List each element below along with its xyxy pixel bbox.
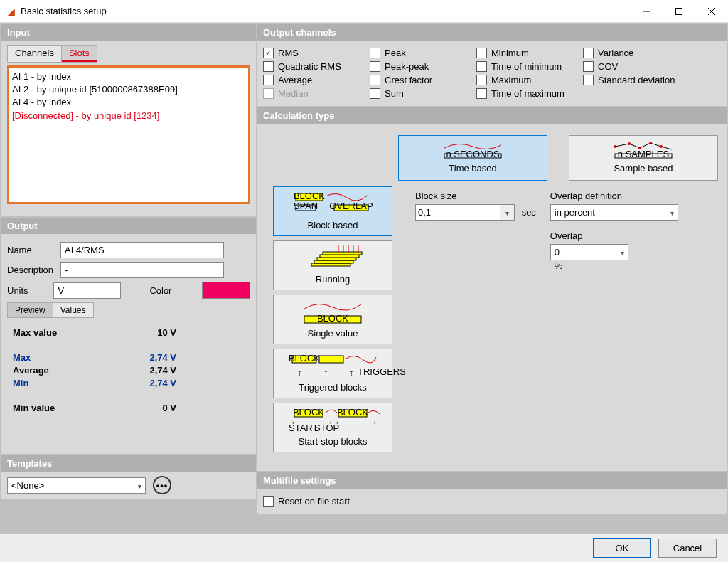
calc-header: Calculation type [257,107,727,124]
cb-median: Median [263,88,357,99]
calc-sample-based[interactable]: n SAMPLES Sample based [569,135,718,181]
svg-rect-22 [320,255,359,258]
output-tabs: Preview Values [7,302,94,318]
overlap-def-label: Overlap definition [550,191,678,201]
tab-preview[interactable]: Preview [8,303,53,317]
cb-min[interactable]: Minimum [476,48,570,58]
input-tabs: Channels Slots [7,45,97,63]
max-value: 10 V [134,327,176,338]
cb-tmin[interactable]: Time of minimum [476,61,570,72]
output-header: Output [1,218,256,234]
cb-cov[interactable]: COV [583,61,691,72]
multifile-header: Multifile settings [257,472,727,489]
input-header: Input [1,24,256,41]
maximize-button[interactable] [663,0,695,23]
cb-var[interactable]: Variance [583,48,691,58]
cb-reset-file-start[interactable]: Reset on file start [263,496,708,507]
multifile-section: Multifile settings Reset on file start [257,472,727,514]
calc-single-value[interactable]: BLOCK Single value [273,295,392,344]
svg-text:SPAN: SPAN [294,201,318,211]
dialog-footer: OK Cancel [0,534,728,562]
close-button[interactable] [695,0,728,23]
cb-avg[interactable]: Average [263,75,357,85]
output-channels-header: Output channels [257,24,727,41]
svg-rect-19 [311,263,350,266]
block-size-input[interactable] [415,204,500,221]
app-icon: ◢ [7,6,15,17]
name-input[interactable] [60,242,224,258]
svg-text:BLOCK: BLOCK [293,407,324,418]
max-label: Max [13,352,134,363]
calc-block-based[interactable]: BLOCKSPANOVERLAP Block based [273,186,392,236]
svg-rect-21 [317,258,356,260]
list-item[interactable]: AI 1 - by index [12,70,245,83]
list-item[interactable]: AI 4 - by index [12,96,245,109]
calculation-type-section: Calculation type n SECONDS Time based n … [257,107,727,471]
chevron-down-icon [670,207,674,218]
preview-panel: Max value10 V Max2,74 V Average2,74 V Mi… [7,318,250,423]
input-list[interactable]: AI 1 - by index AI 2 - by unique id [510… [7,65,250,204]
calc-start-stop-blocks[interactable]: BLOCKBLOCK←→←→STARTSTOP Start-stop block… [273,403,392,452]
template-more-button[interactable]: ••• [153,476,171,494]
chevron-down-icon [621,247,624,258]
cb-tmax[interactable]: Time of maximum [476,88,570,99]
cb-rms[interactable]: ✓RMS [263,48,357,58]
minimize-button[interactable] [630,0,663,23]
svg-point-7 [614,145,616,148]
svg-rect-23 [323,252,362,255]
cb-peak[interactable]: Peak [370,48,464,58]
svg-text:n SAMPLES: n SAMPLES [618,149,670,159]
svg-point-8 [628,142,631,145]
cb-std[interactable]: Standard deviation [583,75,691,85]
calc-triggered-blocks[interactable]: BLOCK↑↑↑TRIGGERS Triggered blocks [273,349,392,398]
templates-section: Templates <None> ••• [1,455,256,499]
tab-slots[interactable]: Slots [62,46,97,62]
description-input[interactable] [60,262,224,278]
units-input[interactable] [53,282,121,299]
templates-header: Templates [1,455,256,472]
max-value-label: Max value [13,327,134,338]
cb-qrms[interactable]: Quadratic RMS [263,61,357,72]
calc-time-based[interactable]: n SECONDS Time based [398,135,547,181]
block-size-dropdown[interactable] [500,204,515,221]
template-value: <None> [11,480,44,491]
overlap-label: Overlap [550,230,678,241]
block-size-field: Block size sec [415,191,536,221]
output-section: Output Name Description Units Color [1,218,256,454]
cb-sum[interactable]: Sum [370,88,464,99]
svg-text:TRIGGERS: TRIGGERS [358,366,406,377]
overlap-unit: % [555,260,563,271]
color-swatch[interactable] [202,282,250,299]
template-select[interactable]: <None> [7,477,146,494]
cb-max[interactable]: Maximum [476,75,570,85]
titlebar: ◢ Basic statistics setup [0,0,728,23]
tab-channels[interactable]: Channels [8,46,62,62]
svg-rect-1 [676,8,682,14]
overlap-field: Overlap 0 % [550,230,678,271]
input-section: Input Channels Slots AI 1 - by index AI … [1,24,256,216]
svg-text:BLOCK: BLOCK [337,407,368,418]
min-value: 0 V [134,403,176,413]
svg-text:BLOCK: BLOCK [317,313,348,324]
svg-text:→: → [368,417,378,428]
list-item[interactable]: AI 2 - by unique id [5100000867388E09] [12,83,245,96]
svg-text:↑: ↑ [349,367,354,378]
ok-button[interactable]: OK [593,538,651,558]
overlap-def-select[interactable]: in percent [550,204,678,221]
svg-text:BLOCK: BLOCK [289,353,320,364]
window-title: Basic statistics setup [21,6,630,16]
cb-crest[interactable]: Crest factor [370,75,464,85]
min-label: Min [13,378,134,388]
description-label: Description [7,265,60,275]
units-label: Units [7,285,53,296]
list-item-disconnected[interactable]: [Disconnected] - by unique id [1234] [12,110,245,122]
overlap-select[interactable]: 0 [550,244,628,260]
tab-values[interactable]: Values [53,303,93,317]
svg-rect-20 [314,260,353,263]
svg-text:↑: ↑ [297,367,302,378]
block-size-unit: sec [522,207,536,218]
calc-running[interactable]: Running [273,240,392,290]
cb-peakpeak[interactable]: Peak-peak [370,61,464,72]
cancel-button[interactable]: Cancel [658,539,717,558]
name-label: Name [7,245,60,255]
